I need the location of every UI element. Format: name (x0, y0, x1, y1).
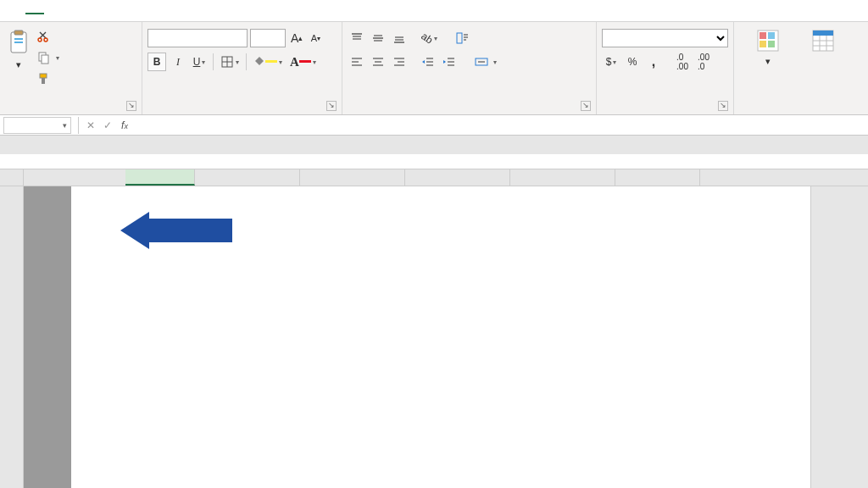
dialog-launcher-icon[interactable]: ↘ (718, 101, 728, 111)
borders-button[interactable]: ▾ (218, 53, 242, 71)
svg-rect-7 (42, 55, 48, 64)
comma-format-button[interactable]: , (644, 53, 663, 71)
column-header-f[interactable] (615, 169, 700, 186)
dialog-launcher-icon[interactable]: ↘ (581, 101, 591, 111)
select-all-corner[interactable] (0, 169, 24, 186)
format-painter-button[interactable] (35, 69, 136, 88)
tab-formulas[interactable] (81, 8, 100, 14)
fill-color-button[interactable]: ▾ (251, 53, 285, 71)
formula-input[interactable] (133, 117, 868, 134)
align-left-button[interactable] (348, 53, 366, 71)
tab-help[interactable] (175, 8, 193, 14)
increase-decimal-button[interactable]: .0.00 (673, 53, 692, 71)
tab-file[interactable] (7, 8, 25, 14)
decrease-indent-button[interactable] (419, 53, 437, 71)
svg-rect-35 (768, 32, 775, 39)
dialog-launcher-icon[interactable]: ↘ (326, 101, 337, 111)
italic-button[interactable]: I (169, 53, 187, 71)
column-header-c[interactable] (300, 169, 405, 186)
tab-power-pivot[interactable] (193, 8, 212, 14)
column-header-e[interactable] (510, 169, 615, 186)
svg-point-4 (38, 38, 42, 42)
bold-button[interactable]: B (147, 53, 166, 71)
tab-home[interactable] (25, 8, 44, 14)
font-name-select[interactable] (147, 29, 248, 47)
name-box[interactable]: ▾ (3, 117, 71, 134)
svg-rect-34 (760, 32, 766, 39)
svg-rect-36 (760, 41, 766, 47)
svg-rect-9 (42, 78, 45, 84)
column-header-a[interactable] (125, 169, 195, 186)
underline-button[interactable]: U▾ (190, 53, 209, 71)
chevron-down-icon: ▾ (16, 59, 21, 70)
tab-view[interactable] (137, 8, 156, 14)
number-format-select[interactable] (602, 29, 728, 47)
svg-rect-1 (14, 30, 23, 35)
paste-button[interactable]: ▾ (5, 25, 32, 86)
font-color-button[interactable]: A▾ (287, 53, 319, 71)
align-center-button[interactable] (369, 53, 387, 71)
orientation-button[interactable]: ab▾ (419, 29, 440, 47)
svg-rect-37 (768, 41, 775, 47)
column-header-d[interactable] (405, 169, 510, 186)
svg-rect-39 (813, 30, 833, 36)
wrap-text-button[interactable] (453, 29, 538, 47)
tab-developer[interactable] (156, 8, 175, 14)
increase-indent-button[interactable] (440, 53, 459, 71)
svg-rect-8 (40, 74, 47, 78)
chevron-down-icon: ▾ (56, 54, 59, 62)
dialog-launcher-icon[interactable]: ↘ (126, 101, 136, 111)
horizontal-ruler (0, 154, 868, 169)
format-as-table-button[interactable] (799, 25, 847, 97)
column-header-b[interactable] (195, 169, 300, 186)
cut-button[interactable] (35, 27, 128, 46)
percent-format-button[interactable]: % (623, 53, 642, 71)
svg-rect-22 (457, 33, 462, 43)
align-bottom-button[interactable] (390, 29, 409, 47)
align-right-button[interactable] (390, 53, 409, 71)
tab-insert[interactable] (44, 8, 63, 14)
chevron-down-icon[interactable]: ▾ (63, 121, 67, 130)
decrease-decimal-button[interactable]: .00.0 (694, 53, 713, 71)
conditional-formatting-button[interactable]: ▾ (739, 25, 797, 97)
tab-review[interactable] (119, 8, 137, 14)
tab-data[interactable] (100, 8, 119, 14)
merge-center-button[interactable]: ▾ (472, 53, 581, 71)
tab-page-layout[interactable] (63, 8, 81, 14)
accounting-format-button[interactable]: $▾ (602, 53, 620, 71)
enter-formula-button[interactable]: ✓ (99, 119, 116, 131)
svg-rect-2 (14, 38, 23, 40)
align-middle-button[interactable] (369, 29, 387, 47)
increase-font-button[interactable]: A▴ (288, 30, 305, 46)
align-top-button[interactable] (348, 29, 366, 47)
ribbon: ▾ ▾ (0, 22, 868, 115)
formula-bar: ▾ ✕ ✓ fx (0, 115, 868, 136)
copy-button[interactable]: ▾ (35, 48, 128, 67)
decrease-font-button[interactable]: A▾ (308, 30, 323, 46)
menu-bar (0, 0, 868, 22)
svg-rect-3 (14, 42, 23, 43)
font-size-select[interactable] (250, 29, 286, 47)
svg-point-5 (44, 38, 47, 42)
cancel-formula-button[interactable]: ✕ (82, 119, 99, 131)
fx-button[interactable]: fx (116, 119, 133, 131)
